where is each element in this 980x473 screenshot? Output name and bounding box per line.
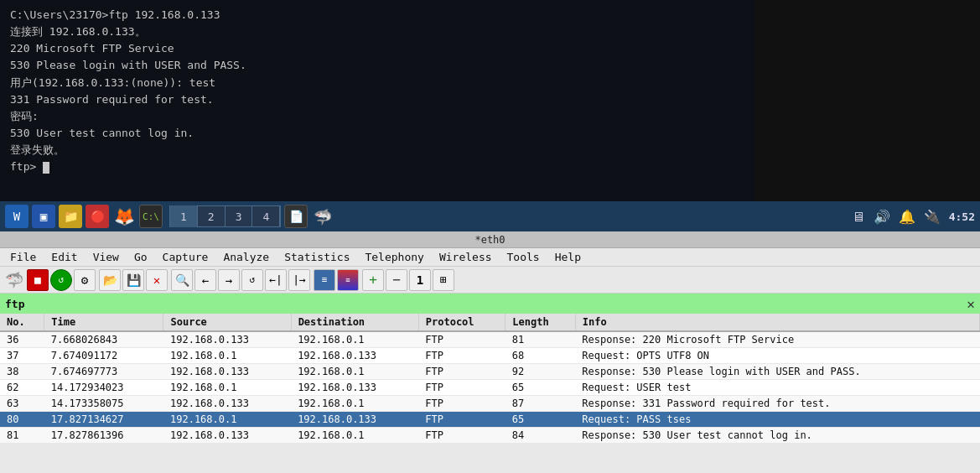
menu-wireless[interactable]: Wireless	[433, 249, 499, 265]
table-row[interactable]: 8117.827861396192.168.0.133192.168.0.1FT…	[0, 428, 980, 444]
cell-no: 62	[0, 380, 44, 396]
cell-dst: 192.168.0.133	[291, 380, 418, 396]
menu-statistics[interactable]: Statistics	[277, 249, 356, 265]
cell-proto: FTP	[418, 412, 506, 428]
toolbar-next[interactable]: |→	[288, 269, 310, 291]
toolbar-save[interactable]: 💾	[122, 269, 144, 291]
toolbar-zoom-out[interactable]: −	[386, 269, 407, 291]
cell-len: 81	[506, 331, 576, 348]
toolbar-columns[interactable]: ⊞	[433, 269, 454, 291]
taskbar-notification-icon[interactable]: 🔔	[899, 209, 915, 225]
menu-go[interactable]: Go	[127, 249, 154, 265]
menu-help[interactable]: Help	[548, 249, 588, 265]
taskbar-page-icon[interactable]: 📄	[284, 205, 308, 228]
toolbar-prev[interactable]: ←|	[265, 269, 287, 291]
taskbar-tab-4[interactable]: 4	[252, 205, 280, 227]
filter-text[interactable]: ftp	[5, 298, 24, 310]
terminal-line-6: 331 Password required for test.	[10, 91, 744, 108]
toolbar-options[interactable]: ⚙	[74, 269, 96, 291]
toolbar-stop[interactable]: ■	[27, 269, 49, 291]
cell-proto: FTP	[418, 331, 506, 348]
taskbar-terminal-icon[interactable]: ▣	[32, 205, 55, 228]
toolbar-search[interactable]: 🔍	[171, 269, 193, 291]
taskbar-tab-2[interactable]: 2	[198, 205, 226, 227]
cell-src: 192.168.0.133	[163, 331, 291, 348]
cell-proto: FTP	[418, 428, 506, 444]
cell-src: 192.168.0.133	[163, 364, 291, 380]
cell-time: 7.668026843	[44, 331, 163, 348]
col-destination: Destination	[291, 314, 418, 331]
menu-telephony[interactable]: Telephony	[358, 249, 430, 265]
cell-src: 192.168.0.1	[163, 412, 291, 428]
cell-no: 81	[0, 428, 44, 444]
cell-time: 17.827861396	[44, 428, 163, 444]
menu-edit[interactable]: Edit	[44, 249, 84, 265]
terminal-prompt[interactable]: ftp>	[10, 159, 744, 175]
taskbar-firefox-icon[interactable]: 🦊	[112, 205, 136, 228]
col-protocol: Protocol	[418, 314, 506, 331]
taskbar-display-icon[interactable]: 🖥	[852, 209, 865, 225]
cell-info: Response: 530 Please login with USER and…	[575, 364, 979, 380]
terminal-line-3: 220 Microsoft FTP Service	[10, 40, 744, 57]
taskbar-audio-icon[interactable]: 🔊	[874, 209, 890, 225]
cell-dst: 192.168.0.1	[291, 331, 418, 348]
taskbar-battery-icon[interactable]: 🔌	[924, 209, 941, 225]
taskbar-start[interactable]: W	[5, 205, 29, 228]
col-no: No.	[0, 314, 44, 331]
cell-time: 7.674697773	[44, 364, 163, 380]
toolbar-zoom-in[interactable]: +	[362, 269, 384, 291]
table-row[interactable]: 377.674091172192.168.0.1192.168.0.133FTP…	[0, 348, 980, 364]
toolbar-autocolor[interactable]: ≡	[337, 269, 359, 291]
terminal-line-8: 530 User test cannot log in.	[10, 125, 744, 142]
table-row[interactable]: 6314.173358075192.168.0.133192.168.0.1FT…	[0, 396, 980, 412]
terminal-line-9: 登录失败。	[10, 142, 744, 159]
toolbar-zoom-reset[interactable]: 1	[409, 269, 431, 291]
toolbar-colorcodes[interactable]: ≡	[314, 269, 335, 291]
cell-dst: 192.168.0.1	[291, 364, 418, 380]
taskbar-tab-3[interactable]: 3	[226, 205, 253, 227]
table-row[interactable]: 8017.827134627192.168.0.1192.168.0.133FT…	[0, 412, 980, 428]
col-length: Length	[506, 314, 576, 331]
packet-table-header: No. Time Source Destination Protocol Len…	[0, 314, 980, 331]
menu-capture[interactable]: Capture	[156, 249, 215, 265]
toolbar-close[interactable]: ✕	[146, 269, 168, 291]
toolbar-restart[interactable]: ↺	[50, 269, 72, 291]
cell-time: 7.674091172	[44, 348, 163, 364]
taskbar-folder-icon[interactable]: 📁	[59, 205, 82, 228]
toolbar-back[interactable]: ←	[194, 269, 216, 291]
cell-proto: FTP	[418, 380, 506, 396]
cell-len: 92	[506, 364, 576, 380]
filter-close-icon[interactable]: ✕	[967, 296, 975, 312]
taskbar-clock: 4:52	[949, 211, 975, 223]
cell-no: 63	[0, 396, 44, 412]
taskbar-cmd-icon[interactable]: C:\	[139, 205, 163, 228]
table-row[interactable]: 6214.172934023192.168.0.1192.168.0.133FT…	[0, 380, 980, 396]
cell-dst: 192.168.0.1	[291, 396, 418, 412]
cell-info: Response: 220 Microsoft FTP Service	[575, 331, 979, 348]
terminal-line-2: 连接到 192.168.0.133。	[10, 23, 744, 40]
terminal-line-7: 密码:	[10, 108, 744, 125]
ws-toolbar: 🦈 ■ ↺ ⚙ 📂 💾 ✕ 🔍 ← → ↺ ←| |→ ≡ ≡ + − 1 ⊞	[0, 267, 980, 294]
toolbar-goto[interactable]: ↺	[241, 269, 263, 291]
menu-analyze[interactable]: Analyze	[216, 249, 276, 265]
cell-src: 192.168.0.133	[163, 428, 291, 444]
cell-proto: FTP	[418, 364, 506, 380]
menu-file[interactable]: File	[3, 249, 43, 265]
terminal-line-5: 用户(192.168.0.133:(none)): test	[10, 75, 744, 91]
cell-len: 65	[506, 380, 576, 396]
terminal-line-4: 530 Please login with USER and PASS.	[10, 57, 744, 74]
ws-filterbar: ftp ✕	[0, 294, 980, 314]
cell-no: 80	[0, 412, 44, 428]
taskbar-red-icon[interactable]: 🔴	[86, 205, 109, 228]
col-source: Source	[163, 314, 291, 331]
toolbar-forward[interactable]: →	[218, 269, 240, 291]
table-row[interactable]: 367.668026843192.168.0.133192.168.0.1FTP…	[0, 331, 980, 348]
toolbar-open[interactable]: 📂	[99, 269, 121, 291]
table-row[interactable]: 387.674697773192.168.0.133192.168.0.1FTP…	[0, 364, 980, 380]
menu-tools[interactable]: Tools	[500, 249, 547, 265]
taskbar-shark-icon[interactable]: 🦈	[311, 205, 334, 228]
ws-packetlist[interactable]: No. Time Source Destination Protocol Len…	[0, 314, 980, 444]
toolbar-shark[interactable]: 🦈	[3, 269, 25, 291]
menu-view[interactable]: View	[86, 249, 126, 265]
taskbar-tab-1[interactable]: 1	[170, 205, 198, 227]
